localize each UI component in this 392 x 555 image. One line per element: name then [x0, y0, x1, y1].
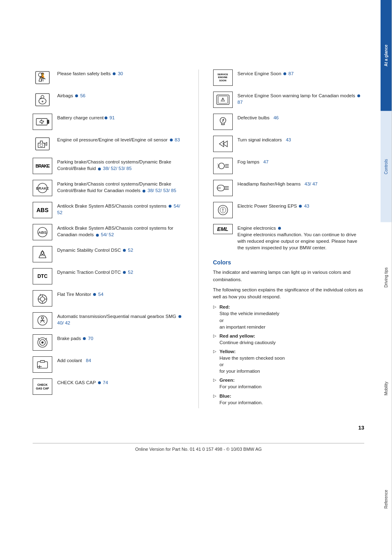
sidebar-right: At a glance Controls Driving tips Mobili…: [381, 0, 392, 555]
list-item: Automatic transmission/Sequential manual…: [33, 312, 184, 329]
two-column-layout: 🧍 Please fasten safety belts 30: [33, 69, 364, 408]
auto-trans-text: Automatic transmission/Sequential manual…: [57, 312, 184, 326]
list-item: ⚠ Service Engine Soon warning lamp for C…: [213, 92, 365, 108]
colors-title: Colors: [213, 259, 365, 266]
list-item: Fog lamps 47: [213, 158, 365, 174]
brake-canada-icon: BRAKE: [33, 180, 52, 196]
svg-rect-20: [36, 138, 49, 150]
battery-icon: [33, 114, 52, 130]
list-item: ABS Antilock Brake System ABS/Chassis co…: [33, 202, 184, 218]
dtc-text: Dynamic Traction Control DTC 52: [57, 268, 133, 275]
auto-trans-icon: [33, 312, 52, 329]
svg-point-29: [40, 297, 45, 301]
svg-text:⚠: ⚠: [220, 97, 225, 103]
list-item: CHECK GAS CAP CHECK GAS CAP 74: [33, 378, 184, 395]
flat-tire-text: Flat Tire Monitor 54: [57, 290, 103, 298]
eml-icon: EML: [213, 224, 233, 234]
footer: 13 Online Version for Part No. 01 41 0 1…: [33, 425, 364, 460]
list-item: DTC Dynamic Traction Control DTC 52: [33, 268, 184, 284]
colors-intro-2: The following section explains the signi…: [213, 286, 365, 301]
list-item: Engine oil pressure/Engine oil level/Eng…: [33, 136, 184, 152]
list-item: ✶ Airbags 56: [33, 92, 184, 108]
list-item: Turn signal indicators 43: [213, 136, 365, 152]
battery-text: Battery charge current 91: [57, 114, 115, 121]
seatbelt-icon: 🧍: [33, 69, 52, 86]
list-item: ABS Antilock Brake System ABS/Chassis co…: [33, 224, 184, 240]
svg-text:!: !: [222, 208, 224, 213]
page-container: At a glance Controls Driving tips Mobili…: [0, 0, 392, 555]
flat-tire-icon: [33, 290, 52, 307]
column-divider: [198, 69, 199, 408]
headlamp-icon: [213, 180, 233, 196]
svg-rect-13: [47, 120, 49, 124]
sidebar-tab-mobility[interactable]: Mobility: [381, 333, 392, 444]
svg-text:✶: ✶: [41, 100, 44, 103]
list-item: BRAKE Parking brake/Chassis control syst…: [33, 180, 184, 196]
list-item: BRAKE Parking brake/Chassis control syst…: [33, 158, 184, 174]
svg-rect-12: [36, 119, 47, 125]
service-engine-text: Service Engine Soon 87: [238, 69, 294, 77]
left-column: 🧍 Please fasten safety belts 30: [33, 69, 184, 408]
color-yellow: Yellow: Have the system checked soon or …: [213, 348, 365, 374]
right-column: SERVICEENGINESOON Service Engine Soon 87…: [213, 69, 365, 408]
list-item: Add coolant 84: [33, 356, 184, 373]
color-green: Green: For your information: [213, 377, 365, 390]
sidebar-tab-controls[interactable]: Controls: [381, 111, 392, 222]
coolant-text: Add coolant 84: [57, 356, 91, 364]
abs-us-text: Antilock Brake System ABS/Chassis contro…: [57, 202, 184, 216]
gas-cap-icon: CHECK GAS CAP: [33, 378, 52, 395]
dsc-text: Dynamic Stability Control DSC 52: [57, 246, 133, 253]
list-item: Battery charge current 91: [33, 114, 184, 130]
brake-us-text: Parking brake/Chassis control systems/Dy…: [57, 158, 184, 172]
fog-lamps-icon: [213, 158, 233, 174]
list-item: Defective bulbs 46: [213, 114, 365, 130]
abs-canada-text: Antilock Brake System ABS/Chassis contro…: [57, 224, 184, 238]
svg-point-54: [218, 163, 224, 169]
svg-text:BRAKE: BRAKE: [36, 186, 49, 190]
fog-lamps-text: Fog lamps 47: [238, 158, 269, 165]
footer-text: Online Version for Part No. 01 41 0 157 …: [33, 443, 364, 460]
airbag-icon: ✶: [33, 92, 52, 108]
defective-bulbs-icon: [213, 114, 233, 130]
list-item: Flat Tire Monitor 54: [33, 290, 184, 307]
svg-point-33: [41, 317, 43, 319]
abs-us-icon: ABS: [33, 202, 52, 218]
color-blue: Blue: For your information.: [213, 393, 365, 406]
colors-section: Colors The indicator and warning lamps c…: [213, 259, 365, 405]
dtc-icon: DTC: [33, 268, 52, 284]
airbag-text: Airbags 56: [57, 92, 85, 99]
engine-oil-icon: [33, 136, 52, 152]
color-list: Red: Stop the vehicle immediately or an …: [213, 304, 365, 405]
brake-pads-text: Brake pads 70: [57, 334, 93, 342]
headlamp-text: Headlamp flasher/High beams 43/ 47: [238, 180, 318, 187]
colors-intro-1: The indicator and warning lamps can ligh…: [213, 269, 365, 283]
list-item: 🧍 Please fasten safety belts 30: [33, 69, 184, 86]
dsc-icon: [33, 246, 52, 262]
svg-rect-41: [40, 360, 45, 362]
sidebar-tab-at-a-glance[interactable]: At a glance: [381, 0, 392, 111]
main-content: 🧍 Please fasten safety belts 30: [0, 0, 381, 555]
turn-signal-icon: [213, 136, 233, 152]
svg-line-51: [222, 120, 224, 122]
color-red: Red: Stop the vehicle immediately or an …: [213, 304, 365, 330]
page-number: 13: [33, 425, 364, 431]
list-item: Dynamic Stability Control DSC 52: [33, 246, 184, 262]
list-item: ! Electric Power Steering EPS 43: [213, 202, 365, 218]
brake-pads-icon: [33, 334, 52, 351]
gas-cap-text: CHECK GAS CAP 74: [57, 378, 108, 386]
svg-point-47: [220, 117, 225, 123]
sidebar-tab-driving-tips[interactable]: Driving tips: [381, 222, 392, 333]
svg-point-37: [41, 341, 43, 343]
list-item: Brake pads 70: [33, 334, 184, 351]
defective-bulbs-text: Defective bulbs 46: [238, 114, 279, 121]
eps-icon: !: [213, 202, 233, 218]
list-item: EML Engine electronics Engine electronic…: [213, 224, 365, 251]
list-item: SERVICEENGINESOON Service Engine Soon 87: [213, 69, 365, 86]
coolant-icon: [33, 356, 52, 373]
color-red-yellow: Red and yellow: Continue driving cautiou…: [213, 333, 365, 346]
turn-signal-text: Turn signal indicators 43: [238, 136, 291, 143]
engine-oil-text: Engine oil pressure/Engine oil level/Eng…: [57, 136, 180, 143]
eml-text: Engine electronics Engine electronics ma…: [238, 224, 365, 251]
sidebar-tab-reference[interactable]: Reference: [381, 444, 392, 555]
brake-us-icon: BRAKE: [33, 158, 52, 174]
